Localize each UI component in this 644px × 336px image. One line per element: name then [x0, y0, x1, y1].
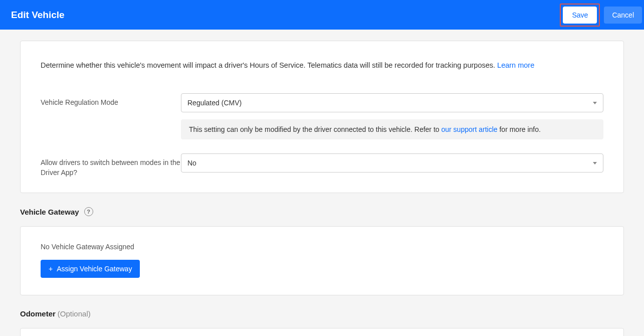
regulation-mode-control: Regulated (CMV) — [181, 93, 603, 112]
info-suffix: for more info. — [498, 125, 541, 133]
assign-button-label: Assign Vehicle Gateway — [57, 265, 132, 273]
regulation-mode-label: Vehicle Regulation Mode — [41, 93, 181, 108]
info-row: This setting can only be modified by the… — [41, 119, 603, 146]
odometer-card — [20, 328, 624, 336]
assign-gateway-button[interactable]: + Assign Vehicle Gateway — [41, 260, 140, 278]
header-actions: Save Cancel — [560, 0, 644, 30]
page-content: Determine whether this vehicle's movemen… — [0, 30, 644, 336]
gateway-title-text: Vehicle Gateway — [20, 208, 79, 216]
plus-icon: + — [49, 265, 53, 273]
regulation-mode-row: Vehicle Regulation Mode Regulated (CMV) — [41, 93, 603, 112]
odometer-optional: (Optional) — [58, 309, 91, 318]
regulation-card: Determine whether this vehicle's movemen… — [20, 41, 624, 193]
help-icon[interactable]: ? — [84, 207, 93, 216]
regulation-description: Determine whether this vehicle's movemen… — [41, 61, 603, 69]
learn-more-link[interactable]: Learn more — [497, 61, 534, 69]
info-control: This setting can only be modified by the… — [181, 119, 603, 146]
info-spacer — [41, 119, 181, 124]
regulation-mode-select[interactable]: Regulated (CMV) — [181, 93, 603, 112]
allow-switch-value: No — [187, 159, 196, 167]
save-button[interactable]: Save — [563, 7, 597, 24]
gateway-card: No Vehicle Gateway Assigned + Assign Veh… — [20, 226, 624, 295]
cancel-button[interactable]: Cancel — [604, 7, 642, 24]
odometer-title-text: Odometer — [20, 309, 56, 318]
gateway-section-title: Vehicle Gateway ? — [20, 207, 624, 216]
chevron-down-icon — [593, 102, 597, 104]
support-article-link[interactable]: our support article — [442, 125, 498, 133]
no-gateway-text: No Vehicle Gateway Assigned — [41, 243, 603, 251]
regulation-mode-value: Regulated (CMV) — [187, 99, 242, 107]
allow-switch-select[interactable]: No — [181, 153, 603, 173]
save-button-highlight: Save — [560, 4, 600, 27]
page-title: Edit Vehicle — [11, 10, 65, 21]
info-prefix: This setting can only be modified by the… — [189, 125, 442, 133]
allow-switch-label: Allow drivers to switch between modes in… — [41, 153, 181, 178]
description-text: Determine whether this vehicle's movemen… — [41, 61, 497, 69]
page-header: Edit Vehicle Save Cancel — [0, 0, 644, 30]
odometer-section-title: Odometer (Optional) — [20, 309, 624, 318]
allow-switch-control: No — [181, 153, 603, 173]
allow-switch-row: Allow drivers to switch between modes in… — [41, 153, 603, 178]
info-banner: This setting can only be modified by the… — [181, 119, 603, 139]
chevron-down-icon — [593, 162, 597, 164]
